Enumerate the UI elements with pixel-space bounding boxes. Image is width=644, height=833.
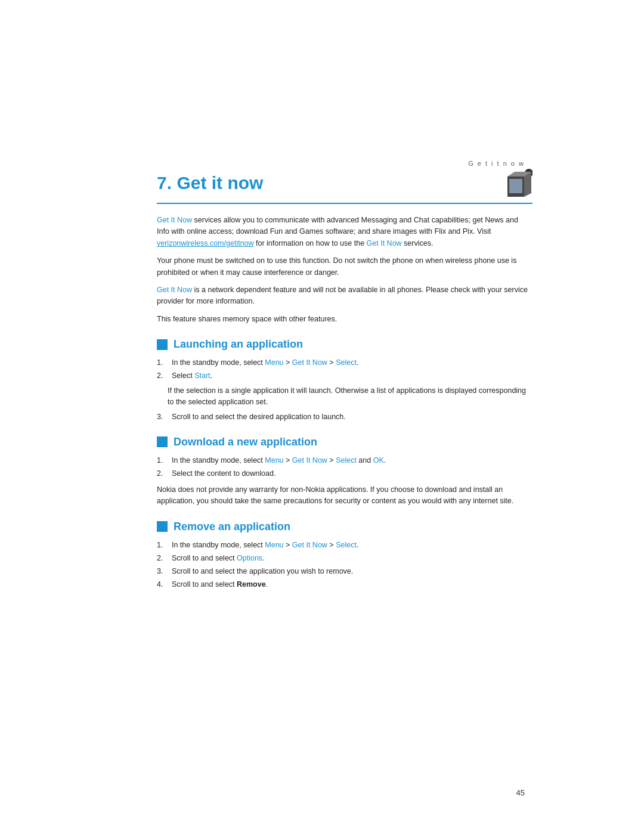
ok-link-d1[interactable]: OK	[373, 456, 384, 465]
launching-step-3-list: 3. Scroll to and select the desired appl…	[157, 411, 532, 423]
getitnow-link-l1[interactable]: Get It Now	[292, 358, 327, 367]
menu-link-l1[interactable]: Menu	[265, 358, 283, 367]
remove-steps: 1. In the standby mode, select Menu > Ge…	[157, 539, 532, 590]
get-it-now-link-2[interactable]: Get It Now	[367, 239, 402, 247]
select-link-d1[interactable]: Select	[336, 456, 357, 465]
section-title-launching: Launching an application	[174, 338, 303, 351]
chapter-title-row: 7. Get it now 1	[157, 173, 532, 204]
remove-bold: Remove	[237, 580, 266, 589]
section-square-download	[157, 436, 168, 447]
get-it-now-link-3[interactable]: Get It Now	[157, 286, 192, 294]
launching-step-2: 2. Select Start.	[157, 370, 532, 382]
remove-step-1: 1. In the standby mode, select Menu > Ge…	[157, 539, 532, 551]
page-header-label: G e t i t n o w	[468, 160, 525, 167]
remove-step-4: 4. Scroll to and select Remove.	[157, 578, 532, 590]
launching-step-3: 3. Scroll to and select the desired appl…	[157, 411, 532, 423]
chapter-title: 7. Get it now	[157, 173, 263, 193]
remove-step-2: 2. Scroll to and select Options.	[157, 552, 532, 564]
section-square-launching	[157, 339, 168, 350]
menu-link-r1[interactable]: Menu	[265, 541, 283, 549]
download-step-1: 1. In the standby mode, select Menu > Ge…	[157, 454, 532, 466]
page-number: 45	[516, 788, 525, 797]
launching-step-1: 1. In the standby mode, select Menu > Ge…	[157, 357, 532, 368]
download-step-2: 2. Select the content to download.	[157, 467, 532, 479]
launching-note: If the selection is a single application…	[168, 385, 532, 408]
options-link-r2[interactable]: Options	[237, 554, 262, 562]
section-title-remove: Remove an application	[174, 521, 290, 533]
intro-paragraph-2: Your phone must be switched on to use th…	[157, 255, 532, 278]
remove-step-3: 3. Scroll to and select the application …	[157, 565, 532, 577]
verizon-link[interactable]: verizonwireless.com/getitnow	[157, 239, 254, 247]
content-area: 7. Get it now 1 Get It Now services allo…	[157, 173, 532, 594]
page: G e t i t n o w 7. Get it now 1 Get It N…	[0, 0, 644, 833]
intro-paragraph-4: This feature shares memory space with ot…	[157, 314, 532, 325]
get-it-now-link-1[interactable]: Get It Now	[157, 216, 192, 224]
svg-rect-2	[509, 179, 522, 193]
intro-paragraph-3: Get It Now is a network dependent featur…	[157, 284, 532, 308]
download-note: Nokia does not provide any warranty for …	[157, 484, 532, 507]
select-link-r1[interactable]: Select	[336, 541, 357, 549]
menu-link-d1[interactable]: Menu	[265, 456, 283, 465]
intro-paragraph-1: Get It Now services allow you to communi…	[157, 215, 532, 249]
section-download-heading: Download a new application	[157, 436, 532, 448]
select-link-l1[interactable]: Select	[336, 358, 357, 367]
phone-icon: 1	[501, 168, 532, 199]
download-steps: 1. In the standby mode, select Menu > Ge…	[157, 454, 532, 479]
getitnow-link-r1[interactable]: Get It Now	[292, 541, 327, 549]
getitnow-link-d1[interactable]: Get It Now	[292, 456, 327, 465]
section-launching-heading: Launching an application	[157, 338, 532, 351]
section-remove-heading: Remove an application	[157, 521, 532, 533]
section-square-remove	[157, 521, 168, 532]
section-title-download: Download a new application	[174, 436, 317, 448]
launching-steps: 1. In the standby mode, select Menu > Ge…	[157, 357, 532, 382]
start-link[interactable]: Start	[194, 371, 210, 380]
